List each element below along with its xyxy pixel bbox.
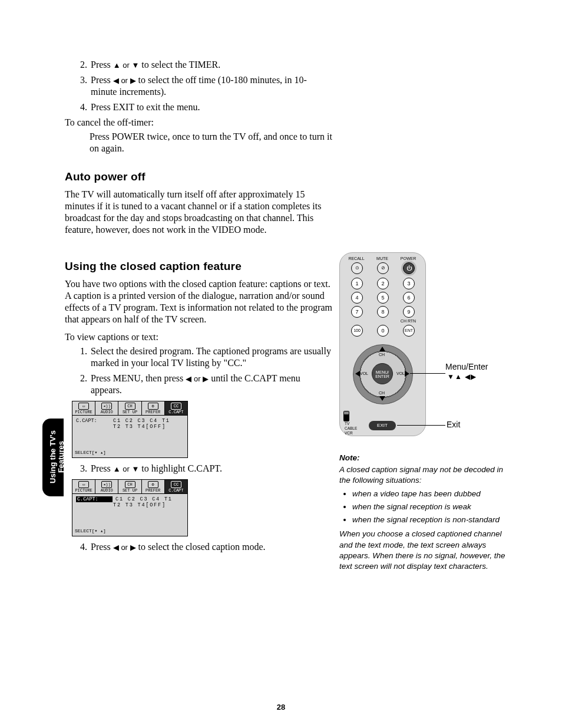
osd-menu-2: ▭PICTURE ◂))AUDIO CHSET UP ⚙PREFER CCC.C…	[72, 479, 188, 536]
step-text: to select the closed caption mode.	[136, 542, 266, 552]
osd-footer: SELECT[▾ ▴]	[72, 527, 187, 536]
note-bullet: when the signal reception is non-standar…	[352, 515, 510, 525]
cc-step-4: Press ◀ or ▶ to select the closed captio…	[90, 541, 333, 553]
caption-steps-c: Press ◀ or ▶ to select the closed captio…	[65, 541, 333, 553]
step-3: Press ◀ or ▶ to select the off time (10-…	[90, 74, 333, 98]
callout-menu: Menu/Enter	[445, 362, 488, 371]
note-bullet: when the signal reception is weak	[352, 502, 510, 512]
note-outro: When you choose a closed captioned chann…	[339, 529, 510, 572]
label-chrtn: CH RTN	[399, 319, 417, 323]
key-4: 4	[351, 292, 363, 304]
key-6: 6	[403, 292, 415, 304]
cc-step-1: Select the desired program. The captione…	[90, 345, 333, 369]
audio-icon: ◂))	[101, 403, 112, 410]
cc-step-3: Press ▲ or ▼ to highlight C.CAPT.	[90, 463, 333, 475]
osd-options-line2: T2 T3 T4[OFF]	[113, 424, 166, 430]
osd-row-label-highlighted: C.CAPT:	[76, 496, 113, 503]
key-8: 8	[377, 306, 389, 318]
note-bullet: when a video tape has been dubbed	[352, 489, 510, 499]
dpad-label-ch-dn: CH	[379, 391, 385, 395]
label-recall: RECALL	[348, 256, 365, 261]
picture-icon: ▭	[78, 403, 89, 410]
arrow-up-down-icon: ▲ or ▼	[113, 465, 140, 474]
timer-steps-list: Press ▲ or ▼ to select the TIMER. Press …	[65, 59, 333, 113]
dpad-label-vol-r: VOL	[396, 371, 405, 375]
osd-tab-label: PICTURE	[75, 410, 92, 414]
note-block: Note: A closed caption signal may not be…	[339, 453, 510, 572]
closed-caption-p2: To view captions or text:	[65, 331, 333, 343]
switch-label-cable: CABLE	[345, 426, 357, 430]
step-2: Press ▲ or ▼ to select the TIMER.	[90, 59, 333, 71]
audio-icon: ◂))	[101, 481, 112, 488]
picture-icon: ▭	[78, 481, 89, 488]
key-5: 5	[377, 292, 389, 304]
osd-tab-picture: ▭PICTURE	[72, 401, 95, 415]
cancel-body: Press POWER twice, once to turn the TV o…	[90, 131, 333, 154]
label-mute: MUTE	[373, 256, 391, 261]
step-text: Press	[91, 463, 113, 473]
note-title: Note:	[339, 453, 510, 463]
label-power: POWER	[399, 256, 417, 261]
osd-footer: SELECT[▾ ▴]	[72, 449, 187, 457]
caption-steps-b: Press ▲ or ▼ to highlight C.CAPT.	[65, 463, 333, 475]
osd-tabs: ▭PICTURE ◂))AUDIO CHSET UP ⚙PREFER CCC.C…	[72, 480, 187, 494]
step-text: to select the TIMER.	[139, 60, 220, 70]
page-number: 28	[0, 703, 562, 711]
main-column: Press ▲ or ▼ to select the TIMER. Press …	[65, 59, 333, 553]
setup-icon: CH	[125, 481, 135, 488]
osd-tab-label: PREFER	[146, 488, 160, 493]
closed-caption-p1: You have two options with the closed cap…	[65, 278, 333, 325]
cc-icon: CC	[171, 481, 181, 488]
section-tab: Using the TV's Features	[42, 419, 64, 496]
right-column: RECALL MUTE POWER ⊙ ⊘ ⏻ 1 2 3 4 5 6 7 8 …	[339, 252, 510, 572]
osd-body: C.CAPT: C1 C2 C3 C4 T1 T2 T3 T4[OFF]	[72, 416, 187, 449]
dpad-label-vol-l: VOL	[360, 371, 368, 375]
setup-icon: CH	[125, 403, 135, 410]
step-text: Press	[91, 60, 113, 70]
step-text: Select the desired program. The captione…	[91, 346, 331, 368]
osd-tab-audio: ◂))AUDIO	[95, 480, 118, 493]
osd-menu-1: ▭PICTURE ◂))AUDIO CHSET UP ⚙PREFER CCC.C…	[72, 401, 188, 458]
osd-body: C.CAPT: C1 C2 C3 C4 T1 T2 T3 T4[OFF]	[72, 494, 187, 527]
key-9: 9	[403, 306, 415, 318]
prefer-icon: ⚙	[148, 481, 158, 488]
switch-label-vcr: VCR	[345, 431, 353, 435]
heading-auto-power-off: Auto power off	[65, 170, 333, 184]
key-ent: ENT	[403, 325, 415, 337]
key-3: 3	[403, 278, 415, 289]
osd-tab-label: C.CAPT	[168, 488, 183, 493]
remote-body: RECALL MUTE POWER ⊙ ⊘ ⏻ 1 2 3 4 5 6 7 8 …	[339, 252, 426, 436]
arrow-left-right-icon: ◀ or ▶	[113, 543, 136, 552]
osd-tab-audio: ◂))AUDIO	[95, 401, 118, 415]
step-text: Press EXIT to exit the menu.	[91, 102, 200, 112]
osd-tab-label: C.CAPT	[168, 410, 183, 414]
switch-label-tv: TV	[345, 421, 349, 426]
recall-button: ⊙	[351, 262, 363, 274]
arrow-left-icon	[355, 371, 360, 377]
power-button: ⏻	[403, 262, 415, 274]
dpad: CH CH VOL VOL MENU/ENTER	[353, 344, 412, 403]
section-tab-line2: Features	[57, 441, 65, 473]
arrow-left-right-icon: ◀ or ▶	[113, 76, 136, 85]
callout-line-menu	[410, 373, 445, 374]
key-2: 2	[377, 278, 389, 289]
mute-button: ⊘	[377, 262, 389, 274]
step-text: Press	[91, 542, 113, 552]
step-4: Press EXIT to exit the menu.	[90, 101, 333, 113]
arrow-up-down-icon: ▲ or ▼	[113, 61, 140, 70]
osd-tab-label: PREFER	[146, 410, 160, 414]
key-100: 100	[351, 325, 363, 337]
dpad-label-ch-up: CH	[379, 353, 385, 357]
cancel-intro: To cancel the off-timer:	[65, 117, 333, 129]
osd-options-line2: T2 T3 T4[OFF]	[113, 502, 166, 508]
caption-steps-a: Select the desired program. The captione…	[65, 345, 333, 396]
note-intro: A closed caption signal may not be decod…	[339, 465, 510, 486]
osd-row-label: C.CAPT:	[76, 418, 110, 424]
key-0: 0	[377, 325, 389, 337]
step-text: to highlight C.CAPT.	[139, 463, 222, 473]
osd-tab-prefer: ⚙PREFER	[142, 401, 165, 415]
step-text: Press	[91, 75, 113, 85]
osd-tab-prefer: ⚙PREFER	[142, 480, 165, 493]
remote-illustration: RECALL MUTE POWER ⊙ ⊘ ⏻ 1 2 3 4 5 6 7 8 …	[339, 252, 510, 437]
auto-power-off-body: The TV will automatically turn itself of…	[65, 189, 333, 236]
